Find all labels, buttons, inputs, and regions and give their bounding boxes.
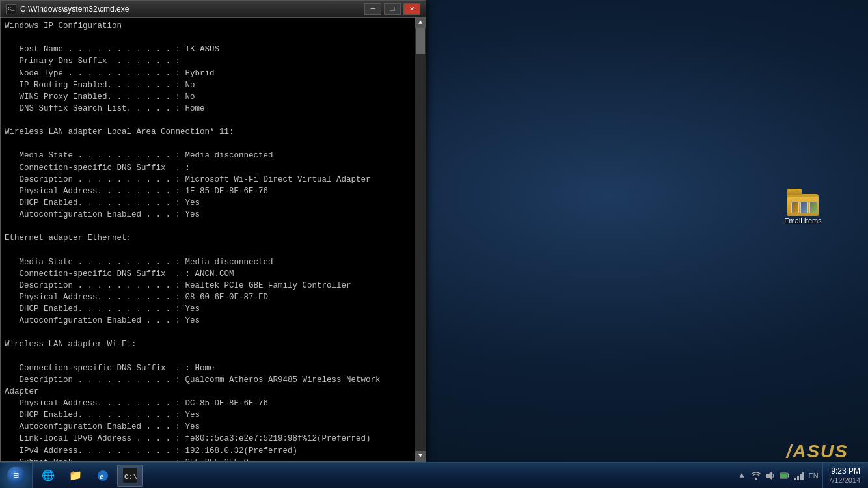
taskbar-item-globe[interactable]: 🌐 [35,465,61,487]
signal-bar-1 [794,478,796,480]
svg-rect-4 [755,478,757,480]
signal-bars [794,471,804,480]
tray-icons: ▲ [733,463,823,488]
window-controls: ─ □ ✕ [364,3,420,15]
tray-time: 9:23 PM [828,467,860,476]
photo-strip-2 [800,202,808,213]
battery-tray-icon[interactable] [778,469,791,482]
ie-icon: e [96,468,110,483]
folder-icon [787,189,819,216]
scroll-thumb[interactable] [416,28,425,54]
svg-marker-5 [766,472,772,480]
maximize-button[interactable]: □ [384,3,401,15]
cmd-scrollbar[interactable]: ▲ ▼ [415,18,426,461]
svg-rect-8 [780,474,787,478]
desktop: C_ C:\Windows\system32\cmd.exe ─ □ ✕ Win… [0,0,868,488]
system-tray: ▲ [727,463,868,488]
volume-tray-icon[interactable] [764,469,777,482]
scroll-up-arrow[interactable]: ▲ [415,18,426,28]
taskbar-item-cmd[interactable]: C:\ [117,465,143,487]
cmd-output: Windows IP Configuration Host Name . . .… [5,20,410,461]
desktop-icon-email-items[interactable]: Email Items [777,189,829,225]
cmd-content: Windows IP Configuration Host Name . . .… [5,20,422,461]
folder-photos [791,202,817,213]
wifi-tray-icon[interactable] [793,469,806,482]
start-button[interactable]: ⊞ [0,463,33,489]
folder-icon-taskbar: 📁 [68,468,83,483]
taskbar-item-ie2[interactable]: e [90,465,116,487]
keyboard-tray-icon[interactable]: EN [807,469,820,482]
tray-clock[interactable]: 9:23 PM 7/12/2014 [826,467,863,483]
cmd-body[interactable]: Windows IP Configuration Host Name . . .… [1,18,426,461]
taskbar: ⊞ 🌐 📁 e [0,462,868,488]
scroll-track[interactable] [415,28,426,451]
svg-text:e: e [100,471,103,481]
signal-bar-2 [797,476,799,480]
cmd-titlebar: C_ C:\Windows\system32\cmd.exe ─ □ ✕ [1,1,426,18]
asus-logo: /ASUS [786,441,848,462]
cmd-window: C_ C:\Windows\system32\cmd.exe ─ □ ✕ Win… [0,0,426,462]
signal-bar-3 [800,474,802,480]
photo-strip-3 [809,202,817,213]
taskbar-items: 🌐 📁 e [33,465,727,487]
show-hidden-icons-button[interactable]: ▲ [735,469,748,482]
folder-tab [787,189,802,195]
scroll-down-arrow[interactable]: ▼ [415,451,426,461]
signal-bar-4 [802,472,804,480]
cmd-title: C:\Windows\system32\cmd.exe [20,5,129,14]
svg-rect-7 [788,474,789,477]
tray-date: 7/12/2014 [828,476,860,484]
svg-text:C:\: C:\ [124,473,137,481]
email-items-label: Email Items [784,216,821,225]
network-tray-icon[interactable] [750,469,763,482]
titlebar-left: C_ C:\Windows\system32\cmd.exe [6,4,129,14]
minimize-button[interactable]: ─ [364,3,381,15]
globe-icon: 🌐 [41,468,55,483]
folder-front [787,197,819,216]
photo-strip-1 [791,202,799,213]
cmd-icon: C:\ [123,468,137,483]
start-orb: ⊞ [7,467,25,485]
cmd-app-icon: C_ [6,4,16,14]
close-button[interactable]: ✕ [403,3,420,15]
taskbar-item-explorer[interactable]: 📁 [62,465,88,487]
